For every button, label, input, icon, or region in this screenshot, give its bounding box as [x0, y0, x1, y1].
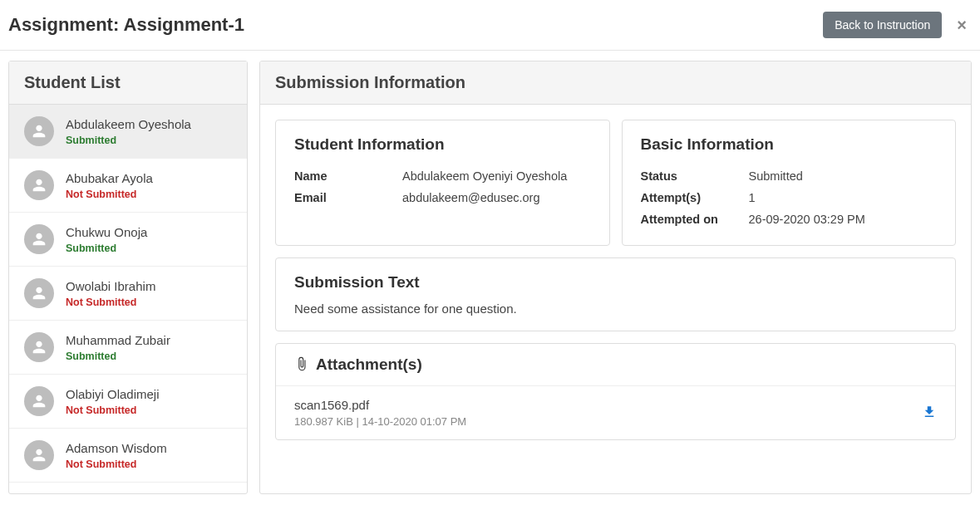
avatar-icon — [24, 116, 54, 146]
student-item-info: Abubakar AyolaNot Submitted — [66, 171, 153, 200]
paperclip-icon — [294, 356, 309, 374]
student-item-info: Adamson WisdomNot Submitted — [66, 441, 167, 470]
student-item[interactable]: Muhammad ZubairSubmitted — [9, 321, 247, 375]
student-item-status: Submitted — [66, 135, 191, 146]
avatar-icon — [24, 332, 54, 362]
attachment-name: scan1569.pdf — [294, 398, 466, 412]
student-item-name: Chukwu Onoja — [66, 225, 147, 239]
attempts-value: 1 — [749, 191, 756, 204]
avatar-icon — [24, 440, 54, 470]
attachments-list: scan1569.pdf180.987 KiB | 14-10-2020 01:… — [276, 386, 955, 439]
student-item-status: Not Submitted — [66, 297, 155, 308]
email-value: abdulakeem@edusec.org — [402, 191, 539, 204]
student-information-title: Student Information — [294, 135, 591, 154]
student-item[interactable]: Adamson WisdomNot Submitted — [9, 429, 247, 483]
name-value: Abdulakeem Oyeniyi Oyeshola — [402, 169, 567, 183]
student-item[interactable]: Olabiyi OladimejiNot Submitted — [9, 375, 247, 429]
student-item-name: Abdulakeem Oyeshola — [66, 117, 191, 131]
avatar-icon — [24, 278, 54, 308]
student-item[interactable]: Abubakar AyolaNot Submitted — [9, 159, 247, 213]
submission-text-body: Need some assistance for one question. — [294, 302, 937, 316]
student-information-card: Student Information Name Abdulakeem Oyen… — [275, 120, 610, 246]
student-email-row: Email abdulakeem@edusec.org — [294, 187, 591, 208]
submission-panel: Submission Information Student Informati… — [259, 61, 972, 494]
submission-panel-title: Submission Information — [260, 61, 971, 105]
attempts-label: Attempt(s) — [641, 191, 749, 204]
attachment-meta: 180.987 KiB | 14-10-2020 01:07 PM — [294, 415, 466, 428]
attempted-on-label: Attempted on — [641, 213, 749, 226]
status-label: Status — [641, 169, 749, 183]
attachment-item: scan1569.pdf180.987 KiB | 14-10-2020 01:… — [276, 386, 955, 439]
student-item-name: Muhammad Zubair — [66, 333, 170, 347]
close-icon[interactable]: × — [953, 16, 970, 35]
student-name-row: Name Abdulakeem Oyeniyi Oyeshola — [294, 165, 591, 187]
student-item-status: Submitted — [66, 243, 147, 254]
student-item-info: Owolabi IbrahimNot Submitted — [66, 279, 155, 308]
student-list-panel: Student List Abdulakeem OyesholaSubmitte… — [8, 61, 248, 494]
page-header: Assignment: Assignment-1 Back to Instruc… — [0, 0, 980, 51]
info-cards-row: Student Information Name Abdulakeem Oyen… — [275, 120, 956, 246]
attempts-row: Attempt(s) 1 — [641, 187, 938, 208]
avatar-icon — [24, 170, 54, 200]
status-row: Status Submitted — [641, 165, 938, 187]
student-item-info: Chukwu OnojaSubmitted — [66, 225, 147, 254]
email-label: Email — [294, 191, 402, 204]
download-icon[interactable] — [922, 404, 937, 422]
back-to-instruction-button[interactable]: Back to Instruction — [823, 12, 942, 38]
avatar-icon — [24, 386, 54, 416]
student-item-status: Submitted — [66, 351, 170, 362]
attachments-header: Attachment(s) — [276, 344, 955, 386]
attempted-on-value: 26-09-2020 03:29 PM — [749, 213, 865, 226]
student-item-info: Muhammad ZubairSubmitted — [66, 333, 170, 362]
student-item[interactable]: Owolabi IbrahimNot Submitted — [9, 267, 247, 321]
status-value: Submitted — [749, 169, 803, 183]
avatar-icon — [24, 224, 54, 254]
student-list-title: Student List — [9, 61, 247, 105]
attempted-on-row: Attempted on 26-09-2020 03:29 PM — [641, 208, 938, 230]
name-label: Name — [294, 169, 402, 183]
student-item-name: Owolabi Ibrahim — [66, 279, 155, 293]
student-item-name: Olabiyi Oladimeji — [66, 387, 160, 401]
student-item-status: Not Submitted — [66, 189, 153, 200]
page-title: Assignment: Assignment-1 — [8, 14, 244, 36]
submission-panel-body: Student Information Name Abdulakeem Oyen… — [260, 105, 971, 455]
student-item-status: Not Submitted — [66, 458, 167, 470]
student-item[interactable]: Abdulakeem OyesholaSubmitted — [9, 105, 247, 159]
basic-information-card: Basic Information Status Submitted Attem… — [622, 120, 957, 246]
body-layout: Student List Abdulakeem OyesholaSubmitte… — [0, 51, 980, 504]
student-item-status: Not Submitted — [66, 404, 160, 416]
student-item-name: Adamson Wisdom — [66, 441, 167, 455]
submission-text-title: Submission Text — [294, 273, 937, 292]
student-item-info: Olabiyi OladimejiNot Submitted — [66, 387, 160, 416]
basic-information-title: Basic Information — [641, 135, 938, 154]
student-item-name: Abubakar Ayola — [66, 171, 153, 185]
attachments-card: Attachment(s) scan1569.pdf180.987 KiB | … — [275, 343, 956, 440]
student-item[interactable]: Chukwu OnojaSubmitted — [9, 213, 247, 267]
submission-text-card: Submission Text Need some assistance for… — [275, 257, 956, 331]
student-item-info: Abdulakeem OyesholaSubmitted — [66, 117, 191, 146]
header-actions: Back to Instruction × — [823, 12, 970, 38]
student-list[interactable]: Abdulakeem OyesholaSubmittedAbubakar Ayo… — [9, 105, 247, 493]
attachment-info: scan1569.pdf180.987 KiB | 14-10-2020 01:… — [294, 398, 466, 428]
attachments-title: Attachment(s) — [316, 355, 422, 374]
